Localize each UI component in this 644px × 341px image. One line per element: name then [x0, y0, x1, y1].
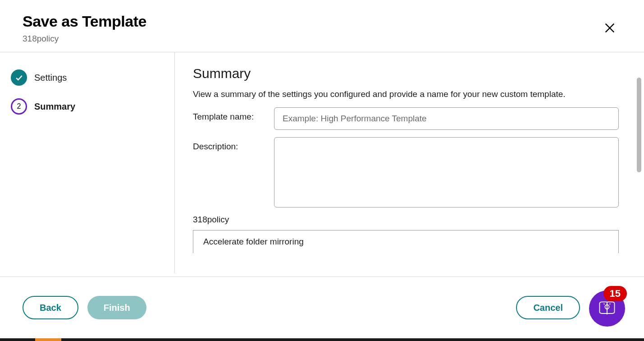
step-label: Settings: [34, 73, 67, 83]
finish-button[interactable]: Finish: [87, 296, 146, 319]
close-icon: [603, 22, 616, 34]
footer-right-buttons: Cancel 15: [516, 290, 621, 325]
step-badge-current: 2: [11, 98, 27, 115]
help-badge-count: 15: [603, 286, 627, 301]
page-subtitle: 318policy: [23, 34, 146, 44]
close-button[interactable]: [598, 16, 621, 41]
section-title: Summary: [193, 66, 619, 81]
wizard-step-settings[interactable]: Settings: [11, 69, 164, 86]
header-titles: Save as Template 318policy: [23, 13, 146, 44]
dialog-header: Save as Template 318policy: [0, 0, 644, 52]
main-panel: Summary View a summary of the settings y…: [175, 52, 644, 273]
taskbar-sliver: [0, 338, 644, 341]
step-label: Summary: [34, 101, 75, 112]
svg-line-5: [604, 304, 605, 304]
wizard-step-summary[interactable]: 2 Summary: [11, 98, 164, 115]
description-textarea[interactable]: [274, 137, 619, 207]
policy-setting-item: Accelerate folder mirroring: [193, 230, 619, 253]
footer-left-buttons: Back Finish: [23, 296, 146, 319]
back-button[interactable]: Back: [23, 296, 78, 319]
cancel-button[interactable]: Cancel: [516, 296, 580, 319]
svg-line-4: [610, 304, 611, 304]
section-description: View a summary of the settings you confi…: [193, 89, 619, 99]
description-label: Description:: [193, 137, 274, 152]
dialog-body: Settings 2 Summary Summary View a summar…: [0, 52, 644, 273]
book-lightbulb-icon: [597, 299, 617, 318]
help-fab-button[interactable]: 15: [589, 290, 625, 327]
dialog-footer: Back Finish Cancel 15: [0, 276, 644, 338]
scrollbar-thumb[interactable]: [637, 78, 641, 172]
template-name-label: Template name:: [193, 107, 274, 122]
page-title: Save as Template: [23, 13, 146, 30]
template-name-input[interactable]: [274, 107, 619, 130]
description-row: Description:: [193, 137, 619, 207]
step-badge-done: [11, 69, 27, 86]
wizard-sidebar: Settings 2 Summary: [0, 52, 175, 273]
template-name-row: Template name:: [193, 107, 619, 130]
policy-name-heading: 318policy: [193, 215, 619, 225]
check-icon: [14, 73, 23, 82]
